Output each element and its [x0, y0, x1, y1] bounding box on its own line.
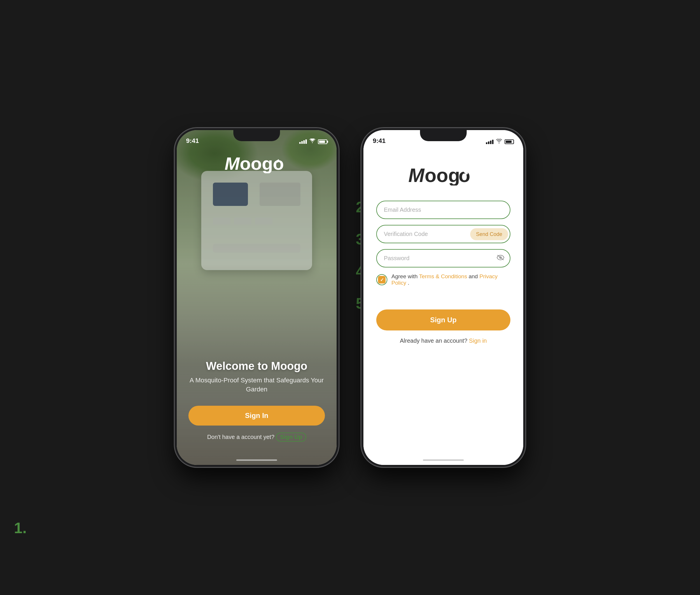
step-1-label: 1. [14, 519, 27, 537]
phone2-signal-bar-4 [492, 140, 494, 144]
verification-field-wrapper: Send Code [376, 225, 510, 243]
signup-content: M oog o Send Code [363, 147, 523, 465]
phone2-wifi-icon [496, 139, 502, 145]
eye-toggle-icon[interactable] [497, 255, 505, 262]
svg-text:o: o [458, 165, 470, 186]
agree-prefix: Agree with [391, 273, 419, 279]
phone2-signal-bar-3 [490, 141, 492, 144]
password-input[interactable] [376, 249, 510, 267]
email-input[interactable] [376, 201, 510, 219]
home-indicator [236, 459, 277, 461]
phone2-time: 9:41 [373, 137, 386, 145]
signin-link[interactable]: Sign in [469, 337, 487, 344]
terms-link[interactable]: Terms & Conditions [419, 273, 467, 279]
welcome-subtitle: A Mosquito-Proof System that Safeguards … [189, 376, 325, 394]
email-field-wrapper [376, 201, 510, 219]
battery-icon [318, 139, 327, 144]
phone-2-signup-screen: 9:41 [362, 128, 525, 467]
signup-link[interactable]: Sign Up [276, 432, 306, 442]
agree-and: and [469, 273, 479, 279]
agree-text: Agree with Terms & Conditions and Privac… [391, 273, 510, 286]
phone2-battery-icon [505, 139, 514, 144]
svg-text:M: M [408, 165, 425, 186]
phone2-status-icons [486, 139, 514, 145]
phone1-time: 9:41 [186, 137, 199, 145]
phone1-status-icons [299, 139, 327, 145]
already-account-row: Already have an account? Sign in [376, 337, 510, 344]
agree-checkbox[interactable]: ✓ [376, 274, 387, 285]
no-account-row: Don't have a account yet? Sign Up [189, 432, 325, 442]
welcome-title: Welcome to Moogo [189, 360, 325, 372]
phone-1-welcome-screen: 9:41 [175, 128, 338, 467]
no-account-text: Don't have a account yet? [207, 434, 275, 440]
agree-row: ✓ Agree with Terms & Conditions and Priv… [376, 273, 510, 286]
svg-text:M: M [225, 153, 240, 173]
phone2-home-indicator [423, 459, 464, 461]
signal-bar-3 [303, 140, 305, 144]
password-field-wrapper [376, 249, 510, 267]
spacer [376, 298, 510, 309]
phone2-signal-bar-1 [486, 142, 487, 144]
signal-bar-4 [305, 139, 307, 144]
moogo-logo-white: M oogo [225, 153, 289, 173]
wifi-icon [309, 139, 315, 145]
phone2-logo: M oog o [376, 165, 510, 187]
phone1-logo: M oogo [225, 153, 289, 174]
signup-button[interactable]: Sign Up [376, 309, 510, 331]
already-account-text: Already have an account? [400, 337, 467, 344]
send-code-button[interactable]: Send Code [470, 228, 508, 240]
phone2-signal-bar-2 [488, 141, 489, 144]
signal-icon [299, 139, 307, 144]
checkmark-icon: ✓ [380, 277, 384, 283]
battery-cap [514, 141, 515, 143]
checkbox-inner: ✓ [378, 276, 386, 283]
phone2-signal-icon [486, 140, 494, 144]
svg-text:oog: oog [425, 165, 460, 186]
phone1-bottom-section: Welcome to Moogo A Mosquito-Proof System… [177, 360, 337, 442]
agree-period: . [408, 280, 409, 286]
signal-bar-2 [301, 141, 303, 144]
svg-text:oogo: oogo [240, 153, 284, 173]
battery-fill [319, 141, 325, 143]
phone1-notch [233, 130, 280, 141]
phone2-battery-fill [506, 141, 511, 143]
phone2-notch [420, 130, 467, 141]
signal-bar-1 [299, 142, 301, 144]
signin-button[interactable]: Sign In [189, 406, 325, 426]
